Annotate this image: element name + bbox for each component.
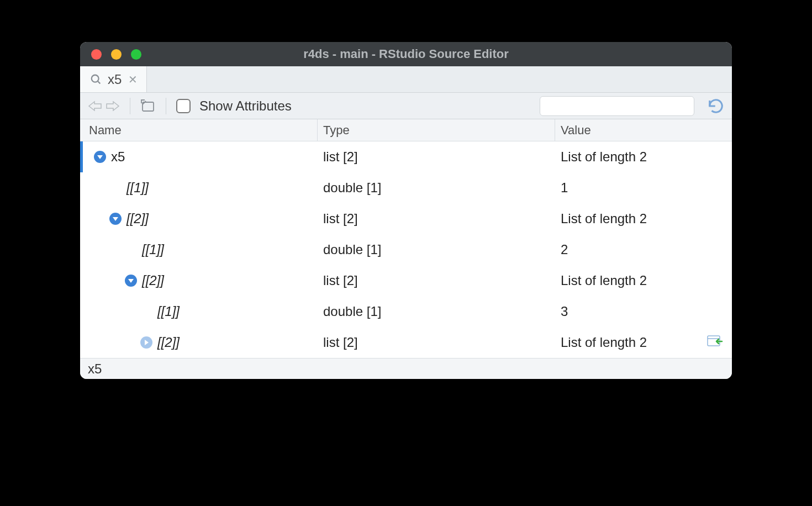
collapse-icon[interactable]: [93, 150, 107, 164]
row-name: [[1]]: [142, 242, 164, 257]
traffic-lights: [91, 49, 141, 60]
value-cell: List of length 2: [555, 211, 732, 226]
refresh-icon[interactable]: [708, 98, 724, 114]
tree-row[interactable]: x5list [2]List of length 2: [80, 141, 732, 172]
type-cell: list [2]: [318, 335, 555, 350]
close-tab-icon[interactable]: ✕: [128, 73, 138, 86]
value-cell: 3: [555, 304, 732, 319]
name-cell: [[2]]: [80, 211, 318, 226]
type-cell: list [2]: [318, 149, 555, 165]
value-cell: 1: [555, 180, 732, 196]
expand-icon[interactable]: [140, 336, 153, 349]
svg-rect-2: [143, 102, 154, 111]
search-icon: [90, 73, 102, 86]
nav-back-icon[interactable]: [88, 99, 103, 113]
maximize-window-button[interactable]: [131, 49, 141, 60]
search-input[interactable]: [550, 99, 690, 112]
type-cell: list [2]: [318, 273, 555, 288]
show-attributes-label: Show Attributes: [199, 98, 292, 114]
column-headers: Name Type Value: [80, 119, 732, 141]
tree-row[interactable]: [[1]]double [1]3: [80, 296, 732, 327]
status-path: x5: [88, 361, 102, 377]
tab-label: x5: [108, 72, 122, 87]
collapse-icon[interactable]: [124, 274, 138, 287]
type-cell: double [1]: [318, 304, 555, 319]
value-cell: List of length 2: [555, 273, 732, 288]
header-value[interactable]: Value: [555, 119, 732, 141]
toolbar-divider: [166, 98, 166, 114]
header-type[interactable]: Type: [318, 119, 555, 141]
tree-row[interactable]: [[2]]list [2]List of length 2: [80, 203, 732, 234]
type-cell: double [1]: [318, 242, 555, 257]
send-to-console-icon[interactable]: [706, 334, 723, 348]
type-cell: list [2]: [318, 211, 555, 226]
tree-row[interactable]: [[1]]double [1]2: [80, 234, 732, 265]
window-title: r4ds - main - RStudio Source Editor: [303, 47, 509, 61]
tree-row[interactable]: [[1]]double [1]1: [80, 172, 732, 203]
tree-row[interactable]: [[2]]list [2]List of length 2: [80, 265, 732, 296]
row-name: [[2]]: [126, 211, 149, 226]
popout-icon[interactable]: [140, 99, 156, 113]
name-cell: [[2]]: [80, 273, 318, 288]
svg-line-1: [98, 81, 101, 83]
show-attributes-checkbox[interactable]: [176, 99, 191, 113]
name-cell: x5: [80, 149, 318, 165]
svg-point-0: [92, 75, 99, 82]
value-cell: List of length 2: [555, 335, 732, 350]
name-cell: [[1]]: [80, 180, 318, 196]
nav-arrows: [88, 99, 120, 113]
value-cell: List of length 2: [555, 149, 732, 165]
type-cell: double [1]: [318, 180, 555, 196]
window: r4ds - main - RStudio Source Editor x5 ✕…: [80, 42, 732, 379]
collapse-icon[interactable]: [109, 212, 122, 225]
minimize-window-button[interactable]: [111, 49, 122, 60]
tree-row[interactable]: [[2]]list [2]List of length 2: [80, 327, 732, 358]
toolbar: Show Attributes: [80, 93, 732, 119]
name-cell: [[2]]: [80, 335, 318, 350]
status-bar: x5: [80, 358, 732, 379]
row-name: [[2]]: [142, 273, 164, 288]
tab-x5[interactable]: x5 ✕: [80, 66, 147, 92]
header-name[interactable]: Name: [80, 119, 318, 141]
value-cell: 2: [555, 242, 732, 257]
close-window-button[interactable]: [91, 49, 102, 60]
row-name: x5: [111, 149, 125, 165]
name-cell: [[1]]: [80, 242, 318, 257]
titlebar: r4ds - main - RStudio Source Editor: [80, 42, 732, 66]
row-name: [[1]]: [157, 304, 180, 319]
row-name: [[2]]: [157, 335, 180, 350]
selection-accent: [80, 141, 83, 172]
nav-forward-icon[interactable]: [104, 99, 120, 113]
search-box[interactable]: [540, 96, 694, 116]
toolbar-divider: [130, 98, 130, 114]
tree-rows: x5list [2]List of length 2[[1]]double [1…: [80, 141, 732, 358]
name-cell: [[1]]: [80, 304, 318, 319]
tab-bar: x5 ✕: [80, 66, 732, 93]
row-name: [[1]]: [126, 180, 149, 196]
